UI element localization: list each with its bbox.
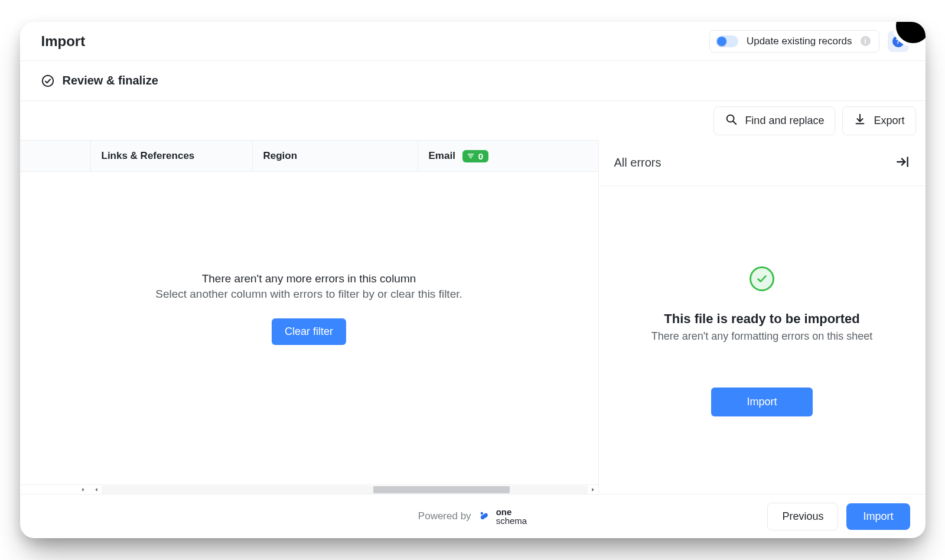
info-icon[interactable]: i (861, 36, 871, 46)
empty-state-title: There aren't any more errors in this col… (202, 272, 416, 285)
search-icon (725, 113, 738, 129)
errors-pane-body: This file is ready to be imported There … (599, 186, 926, 494)
svg-point-0 (42, 75, 53, 86)
grid-body: There aren't any more errors in this col… (20, 172, 598, 484)
scrollbar-left-button[interactable] (91, 487, 102, 493)
import-window: Import Update existing records i ? (20, 22, 926, 538)
errors-pane-import-button[interactable]: Import (711, 388, 812, 416)
step-row: Review & finalize (20, 61, 926, 101)
find-and-replace-label: Find and replace (745, 115, 824, 127)
column-headers: Links & References Region Email (20, 140, 598, 172)
ready-subtitle: There aren't any formatting errors on th… (651, 330, 873, 343)
errors-pane-title: All errors (614, 156, 662, 170)
brand-word-1: one (496, 507, 527, 516)
export-button[interactable]: Export (842, 106, 915, 135)
previous-button[interactable]: Previous (767, 503, 838, 530)
error-count-badge[interactable]: 0 (462, 150, 488, 162)
topbar: Import Update existing records i ? (20, 22, 926, 61)
ready-title: This file is ready to be imported (664, 311, 859, 327)
download-icon (853, 113, 866, 129)
toggle-switch[interactable] (716, 35, 738, 47)
toggle-label: Update existing records (747, 35, 852, 47)
column-header-email[interactable]: Email 0 (418, 141, 598, 171)
scrollbar-track[interactable] (102, 486, 588, 494)
scrollbar-nav-caret-edge[interactable] (20, 487, 91, 493)
row-number-column-header[interactable] (20, 141, 91, 171)
brand-logo-icon (477, 508, 491, 525)
column-header-label: Links & References (102, 150, 195, 162)
errors-pane-header: All errors (599, 140, 926, 186)
footer: Powered by one schema Previous Import (20, 494, 926, 538)
toggle-knob (717, 37, 726, 46)
page-title: Import (41, 33, 86, 50)
success-check-icon (750, 266, 774, 291)
find-and-replace-button[interactable]: Find and replace (713, 106, 835, 135)
step-title: Review & finalize (63, 74, 158, 87)
collapse-right-icon[interactable] (895, 154, 910, 172)
powered-by-label: Powered by (418, 510, 471, 522)
column-header-label: Region (263, 150, 298, 162)
export-label: Export (874, 115, 904, 127)
brand-word-2: schema (496, 516, 527, 525)
brand[interactable]: one schema (477, 507, 527, 525)
errors-pane: All errors This (598, 140, 926, 494)
empty-state: There aren't any more errors in this col… (20, 272, 598, 345)
error-count: 0 (478, 151, 483, 161)
main: Links & References Region Email (20, 140, 926, 494)
data-grid: Links & References Region Email (20, 140, 598, 494)
check-circle-icon (41, 74, 54, 87)
column-header-links[interactable]: Links & References (91, 141, 253, 171)
empty-state-subtitle: Select another column with errors to fil… (155, 288, 462, 301)
column-header-region[interactable]: Region (253, 141, 418, 171)
column-header-label: Email (429, 150, 455, 162)
grid-horizontal-scrollbar (20, 484, 598, 494)
update-existing-records-toggle: Update existing records i (709, 30, 879, 53)
scrollbar-right-button[interactable] (588, 487, 598, 493)
svg-point-6 (480, 512, 483, 514)
svg-line-2 (734, 121, 737, 124)
toolbar: Find and replace Export (20, 101, 926, 140)
scrollbar-thumb[interactable] (373, 486, 509, 493)
clear-filter-button[interactable]: Clear filter (272, 318, 346, 345)
powered-by: Powered by one schema (418, 507, 527, 525)
topbar-actions: Update existing records i ? (709, 30, 909, 53)
filter-icon (467, 152, 475, 160)
footer-import-button[interactable]: Import (846, 503, 910, 530)
